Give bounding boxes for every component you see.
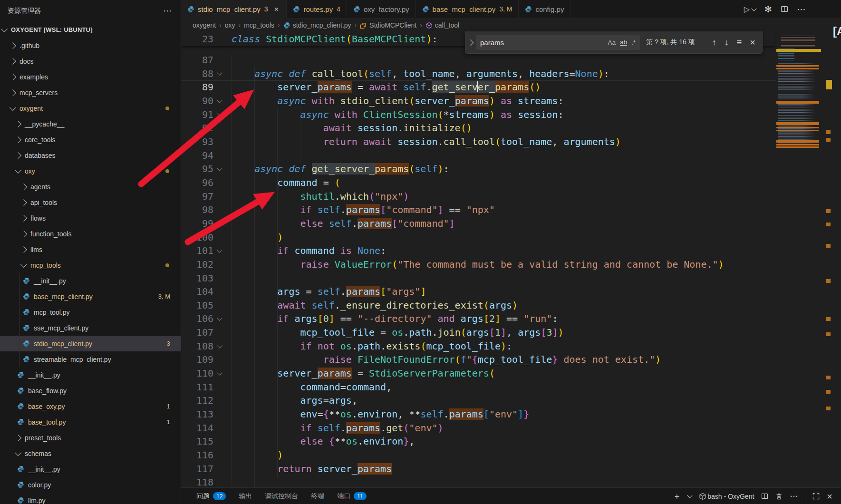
fold-icon[interactable] [213, 372, 232, 375]
more-panel-actions-button[interactable]: ⋯ [790, 492, 798, 500]
whole-word-icon[interactable]: ab [620, 39, 627, 46]
line-number[interactable]: 114 [181, 421, 213, 435]
panel-tab-[interactable]: 终端 [311, 492, 324, 501]
sidebar-item-oxygent-wsl-ubuntu[interactable]: OXYGENT [WSL: UBUNTU] [0, 22, 181, 38]
code-line-88[interactable]: 88 async def call_tool(self, tool_name, … [181, 67, 775, 81]
sidebar-item-base-oxy-py[interactable]: base_oxy.py1 [0, 398, 181, 414]
code-line-117[interactable]: 117 return server_params [181, 462, 775, 476]
line-number[interactable]: 98 [181, 203, 213, 217]
breadcrumb-item-stdio-mcp-client-py[interactable]: stdio_mcp_client.py [283, 21, 351, 29]
sidebar-item-oxygent[interactable]: oxygent [0, 100, 181, 116]
line-number[interactable]: 100 [181, 231, 213, 244]
line-number[interactable]: 99 [181, 217, 213, 231]
run-button[interactable]: ▷ [744, 5, 756, 14]
breadcrumb-item-mcp-tools[interactable]: mcp_tools [244, 21, 274, 29]
sidebar-item-function-tools[interactable]: function_tools [0, 226, 181, 242]
code-line-92[interactable]: 92 await session.initialize() [181, 121, 775, 135]
sidebar-item-color-py[interactable]: color.py [0, 477, 181, 493]
sidebar-item-github[interactable]: .github [0, 38, 181, 53]
previous-match-button[interactable]: ↑ [712, 38, 716, 47]
sidebar-item-base-tool-py[interactable]: base_tool.py1 [0, 414, 181, 430]
code-line-103[interactable]: 103 [181, 271, 775, 285]
sidebar-item-sse-mcp-client-py[interactable]: sse_mcp_client.py [0, 320, 181, 336]
code-line-89[interactable]: 89 server_params = await self.get_server… [181, 80, 775, 94]
sidebar-item-llm-py[interactable]: llm.py [0, 493, 181, 504]
line-number[interactable]: 112 [181, 394, 213, 407]
code-line-107[interactable]: 107 mcp_tool_file = os.path.join(args[1]… [181, 326, 775, 339]
sidebar-item-mcp-tool-py[interactable]: mcp_tool.py [0, 304, 181, 320]
terminal-item[interactable]: bash - OxyGent [699, 493, 754, 500]
sidebar-item-mcp-tools[interactable]: mcp_tools [0, 257, 181, 273]
close-find-button[interactable]: × [750, 38, 755, 47]
line-number[interactable]: 117 [181, 462, 213, 476]
line-number[interactable]: 93 [181, 135, 213, 149]
line-number[interactable]: 97 [181, 190, 213, 204]
sidebar-item-databases[interactable]: databases [0, 147, 181, 163]
sidebar-item-agents[interactable]: agents [0, 179, 181, 194]
match-case-icon[interactable]: Aa [608, 39, 616, 46]
sidebar-item-init-py[interactable]: __init__.py [0, 461, 181, 477]
line-number[interactable]: 92 [181, 121, 213, 135]
panel-tab-[interactable]: 输出 [239, 492, 252, 501]
code-line-102[interactable]: 102 raise ValueError("The command must b… [181, 258, 775, 271]
panel-tab-[interactable]: 问题12 [196, 492, 226, 501]
fold-icon[interactable] [213, 72, 232, 75]
code-line-100[interactable]: 100 ) [181, 231, 775, 244]
code-line-108[interactable]: 108 if not os.path.exists(mcp_tool_file)… [181, 339, 775, 353]
line-number[interactable]: 101 [181, 244, 213, 258]
tab-oxy-factory-py[interactable]: oxy_factory.py [347, 0, 416, 18]
code-line-93[interactable]: 93 return await session.call_tool(tool_n… [181, 135, 775, 149]
code-line-95[interactable]: 95 async def get_server_params(self): [181, 162, 775, 176]
find-in-selection-button[interactable]: ≡ [737, 38, 742, 47]
line-number[interactable]: 105 [181, 299, 213, 312]
line-number[interactable]: 102 [181, 258, 213, 271]
line-number[interactable]: 111 [181, 380, 213, 394]
line-number[interactable]: 94 [181, 149, 213, 163]
close-icon[interactable]: × [273, 5, 280, 14]
split-terminal-button[interactable] [761, 493, 768, 500]
sidebar-item-core-tools[interactable]: core_tools [0, 132, 181, 147]
more-actions-button[interactable]: ⋯ [797, 4, 806, 15]
tab-routes-py[interactable]: routes.py4 [287, 0, 347, 18]
close-panel-button[interactable]: × [827, 492, 832, 501]
line-number[interactable]: 95 [181, 162, 213, 176]
sidebar-item-init-py[interactable]: __init__.py [0, 273, 181, 289]
tab-stdio-mcp-client-py[interactable]: stdio_mcp_client.py3× [181, 0, 287, 18]
code-line-113[interactable]: 113 env={**os.environ, **self.params["en… [181, 407, 775, 421]
kill-terminal-button[interactable] [775, 493, 783, 500]
line-number[interactable]: 96 [181, 176, 213, 190]
line-number[interactable]: 103 [181, 271, 213, 285]
sidebar-item-base-flow-py[interactable]: base_flow.py [0, 383, 181, 398]
line-number[interactable]: 118 [181, 475, 213, 487]
minimap[interactable] [776, 35, 821, 147]
more-actions-icon[interactable]: ⋯ [163, 6, 172, 16]
line-number[interactable]: 104 [181, 285, 213, 299]
new-terminal-button[interactable]: ＋ [673, 492, 681, 500]
line-number[interactable]: 116 [181, 448, 213, 462]
sidebar-item-flows[interactable]: flows [0, 210, 181, 226]
fold-icon[interactable] [213, 345, 232, 348]
sidebar-item-base-mcp-client-py[interactable]: base_mcp_client.py3, M [0, 289, 181, 304]
sidebar-item-examples[interactable]: examples [0, 69, 181, 85]
maximize-panel-button[interactable] [812, 493, 820, 500]
toggle-replace-button[interactable] [465, 40, 475, 45]
breadcrumb-item-stdiomcpclient[interactable]: StdioMCPClient [360, 21, 416, 29]
line-number[interactable]: 109 [181, 353, 213, 367]
sidebar-item-oxy[interactable]: oxy [0, 163, 181, 179]
tab-base-mcp-client-py[interactable]: base_mcp_client.py3, M [416, 0, 519, 18]
line-number[interactable]: 87 [181, 53, 213, 67]
tab-config-py[interactable]: config.py [519, 0, 570, 18]
code-line-109[interactable]: 109 raise FileNotFoundError(f"{mcp_tool_… [181, 353, 775, 367]
sidebar-item-streamable-mcp-client-py[interactable]: streamable_mcp_client.py [0, 351, 181, 367]
split-editor-button[interactable] [781, 5, 788, 13]
fold-icon[interactable] [213, 100, 232, 102]
line-number[interactable]: 106 [181, 312, 213, 326]
fold-icon[interactable] [213, 113, 232, 116]
sidebar-item-llms[interactable]: llms [0, 242, 181, 257]
sidebar-item-pycache[interactable]: __pycache__ [0, 116, 181, 132]
line-number[interactable]: 110 [181, 367, 213, 380]
code-line-115[interactable]: 115 else {**os.environ}, [181, 435, 775, 448]
code-line-112[interactable]: 112 args=args, [181, 394, 775, 407]
code-line-106[interactable]: 106 if args[0] == "--directory" and args… [181, 312, 775, 326]
find-input[interactable] [476, 39, 608, 47]
